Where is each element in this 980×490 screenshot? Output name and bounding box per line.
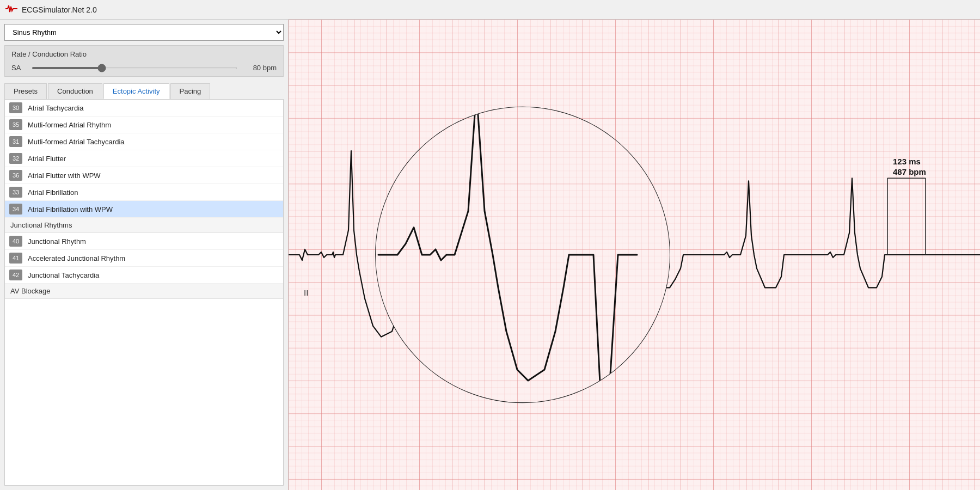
item-label: Atrial Tachycardia — [28, 104, 83, 112]
item-label: Mutli-formed Atrial Rhythm — [28, 121, 111, 129]
list-item[interactable]: 36Atrial Flutter with WPW — [5, 167, 283, 184]
list-item[interactable]: 35Mutli-formed Atrial Rhythm — [5, 117, 283, 133]
sa-label: SA — [11, 64, 25, 72]
list-item[interactable]: 32Atrial Flutter — [5, 150, 283, 167]
item-number: 35 — [9, 119, 22, 130]
list-item[interactable]: 41Accelerated Junctional Rhythm — [5, 250, 283, 267]
left-panel: Sinus Rhythm Atrial Tachycardia Junction… — [0, 20, 289, 490]
item-label: Accelerated Junctional Rhythm — [28, 254, 125, 262]
list-item[interactable]: 31Mutli-formed Atrial Tachycardia — [5, 133, 283, 150]
svg-text:487 bpm: 487 bpm — [893, 167, 926, 176]
sa-rate-slider[interactable] — [32, 67, 237, 69]
item-label: Mutli-formed Atrial Tachycardia — [28, 138, 125, 146]
item-number: 31 — [9, 136, 22, 147]
app-title: ECGSimulator.Net 2.0 — [22, 5, 97, 14]
item-number: 36 — [9, 170, 22, 181]
item-label: Atrial Fibrillation — [28, 188, 78, 197]
item-label: Junctional Rhythm — [28, 237, 86, 246]
lead-label-text: II — [304, 288, 308, 297]
rhythm-selector-container: Sinus Rhythm Atrial Tachycardia Junction… — [4, 24, 284, 41]
list-item[interactable]: 34Atrial Fibrillation with WPW — [5, 201, 283, 218]
item-label: Atrial Fibrillation with WPW — [28, 205, 113, 213]
list-group-header: Junctional Rhythms — [5, 218, 283, 233]
list-item[interactable]: 42Junctional Tachycardia — [5, 267, 283, 284]
item-number: 33 — [9, 187, 22, 198]
item-number: 41 — [9, 253, 22, 264]
rate-section: Rate / Conduction Ratio SA 80 bpm — [4, 45, 284, 77]
item-number: 42 — [9, 270, 22, 280]
item-number: 32 — [9, 153, 22, 164]
tab-ectopic[interactable]: Ectopic Activity — [103, 83, 169, 99]
item-label: Junctional Tachycardia — [28, 271, 99, 279]
item-label: Atrial Flutter with WPW — [28, 171, 101, 180]
list-scroll[interactable]: 30Atrial Tachycardia35Mutli-formed Atria… — [5, 100, 283, 485]
sa-rate-value: 80 bpm — [244, 64, 277, 72]
list-item[interactable]: 33Atrial Fibrillation — [5, 184, 283, 201]
rate-row: SA 80 bpm — [11, 64, 277, 72]
list-container: 30Atrial Tachycardia35Mutli-formed Atria… — [4, 99, 284, 486]
list-item[interactable]: 30Atrial Tachycardia — [5, 100, 283, 117]
list-item[interactable]: 40Junctional Rhythm — [5, 233, 283, 250]
tab-pacing[interactable]: Pacing — [170, 83, 211, 99]
item-number: 40 — [9, 236, 22, 247]
item-label: Atrial Flutter — [28, 155, 66, 163]
item-number: 34 — [9, 204, 22, 215]
list-group-header: AV Blockage — [5, 284, 283, 299]
tabs-bar: Presets Conduction Ectopic Activity Paci… — [4, 83, 284, 99]
svg-text:123 ms: 123 ms — [893, 157, 921, 166]
rhythm-select[interactable]: Sinus Rhythm Atrial Tachycardia Junction… — [4, 24, 284, 41]
ecg-display[interactable]: II 123 ms 487 bpm — [289, 20, 980, 490]
tab-presets[interactable]: Presets — [4, 83, 47, 99]
tab-conduction[interactable]: Conduction — [48, 83, 102, 99]
app-icon — [5, 4, 17, 16]
main-layout: Sinus Rhythm Atrial Tachycardia Junction… — [0, 20, 980, 490]
rate-section-title: Rate / Conduction Ratio — [11, 50, 277, 58]
item-number: 30 — [9, 102, 22, 113]
ecg-waveform: II 123 ms 487 bpm — [289, 20, 980, 490]
titlebar: ECGSimulator.Net 2.0 — [0, 0, 980, 20]
